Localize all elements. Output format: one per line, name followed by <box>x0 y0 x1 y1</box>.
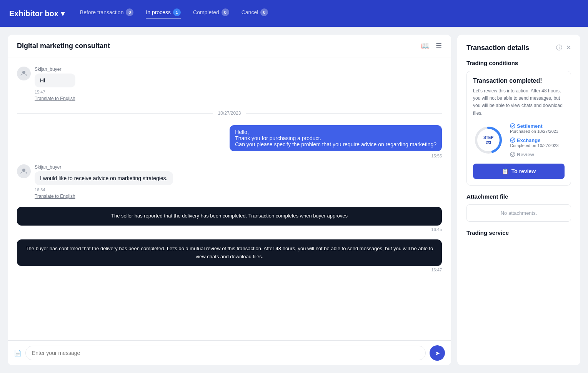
tab-label: Before transaction <box>80 9 124 15</box>
step-items: SettlementPurchased on 10/27/2023 Exchan… <box>510 123 559 157</box>
nav-tabs: Before transaction0In process1Completed0… <box>80 8 268 18</box>
message-content: Hello, Thank you for purchasing a produc… <box>230 125 442 158</box>
message-bubble: I would like to receive advice on market… <box>35 171 173 185</box>
close-icon[interactable]: ✕ <box>566 44 571 52</box>
message-content: Skijan_buyerI would like to receive advi… <box>35 164 173 199</box>
tab-badge: 0 <box>222 8 229 16</box>
translate-link[interactable]: Translate to English <box>35 96 75 101</box>
main-container: Digital marketing consultant 📖 ☰ Skijan_… <box>0 27 588 373</box>
help-icon[interactable]: ⓘ <box>556 44 562 52</box>
send-button[interactable]: ➤ <box>430 345 445 361</box>
tab-label: Completed <box>193 9 219 15</box>
completed-title: Transaction completed! <box>473 77 565 84</box>
tab-label: In process <box>146 9 171 15</box>
message-input[interactable] <box>25 346 426 360</box>
avatar <box>17 164 31 178</box>
step-item-sub: Purchased on 10/27/2023 <box>510 129 559 134</box>
steps-container: STEP 2/3 SettlementPurchased on 10/27/20… <box>473 123 565 157</box>
tab-badge: 1 <box>173 8 181 16</box>
system-message: The seller has reported that the deliver… <box>17 207 442 226</box>
check-circle-icon <box>510 152 515 157</box>
app-title[interactable]: Exhibitor box ▾ <box>9 9 65 18</box>
details-header-icons: ⓘ ✕ <box>556 44 571 52</box>
step-circle: STEP 2/3 <box>473 125 504 156</box>
attachment-label: Attachment file <box>466 193 571 200</box>
system-message-wrapper: The buyer has confirmed that the deliver… <box>17 238 442 273</box>
bookmark-icon[interactable]: 📖 <box>421 42 430 50</box>
app-title-text: Exhibitor box <box>9 9 58 18</box>
details-header: Transaction details ⓘ ✕ <box>466 44 571 52</box>
chat-header: Digital marketing consultant 📖 ☰ <box>8 35 451 57</box>
sender-name: Skijan_buyer <box>35 67 75 72</box>
trading-conditions-section: Trading conditions Transaction completed… <box>466 60 571 186</box>
step-item: SettlementPurchased on 10/27/2023 <box>510 123 559 134</box>
system-message-time: 16:47 <box>17 268 442 272</box>
header: Exhibitor box ▾ Before transaction0In pr… <box>0 0 588 27</box>
check-circle-icon <box>510 123 515 129</box>
step-item-sub: Completed on 10/27/2023 <box>510 143 559 148</box>
review-icon: 📋 <box>502 168 508 174</box>
svg-point-4 <box>510 124 515 128</box>
step-item-label: Exchange <box>510 137 559 143</box>
tab-label: Cancel <box>242 9 258 15</box>
details-panel: Transaction details ⓘ ✕ Trading conditio… <box>457 35 580 365</box>
to-review-label: To review <box>511 168 536 174</box>
step-item-label: Settlement <box>510 123 559 129</box>
svg-point-0 <box>22 71 25 74</box>
no-attachments-text: No attachments. <box>466 204 571 222</box>
trading-service-label: Trading service <box>466 229 571 236</box>
details-title: Transaction details <box>466 44 529 52</box>
translate-link[interactable]: Translate to English <box>35 194 173 199</box>
step-item: ExchangeCompleted on 10/27/2023 <box>510 137 559 148</box>
chevron-down-icon: ▾ <box>61 9 65 18</box>
trading-conditions-label: Trading conditions <box>466 60 571 66</box>
message-row-buyer: Skijan_buyerHi15:47Translate to English <box>17 67 442 101</box>
header-tab-completed[interactable]: Completed0 <box>193 8 229 18</box>
svg-point-6 <box>510 152 515 157</box>
step-item-label: Review <box>510 152 559 157</box>
chat-header-icons: 📖 ☰ <box>421 42 442 50</box>
sender-name: Skijan_buyer <box>35 164 173 170</box>
date-divider: 10/27/2023 <box>17 110 442 116</box>
header-tab-before-transaction[interactable]: Before transaction0 <box>80 8 134 18</box>
message-row-buyer: Skijan_buyerI would like to receive advi… <box>17 164 442 199</box>
menu-icon[interactable]: ☰ <box>436 42 442 50</box>
to-review-button[interactable]: 📋 To review <box>473 164 565 179</box>
tab-badge: 0 <box>260 8 268 16</box>
message-row-own: Hello, Thank you for purchasing a produc… <box>17 125 442 158</box>
message-time: 16:34 <box>35 187 173 192</box>
message-bubble: Hi <box>35 74 75 87</box>
message-time: 15:47 <box>35 90 75 94</box>
chat-messages: Skijan_buyerHi15:47Translate to English1… <box>8 57 451 340</box>
trading-service-section: Trading service <box>466 229 571 241</box>
message-bubble-own: Hello, Thank you for purchasing a produc… <box>230 125 442 151</box>
attach-icon[interactable]: 📄 <box>14 350 22 357</box>
step-label: STEP 2/3 <box>483 135 493 145</box>
completed-desc: Let's review this interaction. After 48 … <box>473 87 565 117</box>
avatar <box>17 67 31 80</box>
system-message: The buyer has confirmed that the deliver… <box>17 239 442 266</box>
chat-input-area: 📄 ➤ <box>8 340 451 365</box>
chat-panel: Digital marketing consultant 📖 ☰ Skijan_… <box>8 35 451 365</box>
check-circle-icon <box>510 137 515 143</box>
attachment-section: Attachment file No attachments. <box>466 193 571 222</box>
message-time: 15:55 <box>230 154 442 158</box>
system-message-wrapper: The seller has reported that the deliver… <box>17 205 442 232</box>
chat-title: Digital marketing consultant <box>17 42 110 50</box>
transaction-completed-card: Transaction completed! Let's review this… <box>466 71 571 186</box>
svg-point-5 <box>510 138 515 142</box>
svg-point-1 <box>22 169 25 172</box>
step-item: Review <box>510 152 559 157</box>
tab-badge: 0 <box>126 8 133 16</box>
system-message-time: 16:45 <box>17 227 442 232</box>
header-tab-in-process[interactable]: In process1 <box>146 8 181 18</box>
message-content: Skijan_buyerHi15:47Translate to English <box>35 67 75 101</box>
header-tab-cancel[interactable]: Cancel0 <box>242 8 268 18</box>
